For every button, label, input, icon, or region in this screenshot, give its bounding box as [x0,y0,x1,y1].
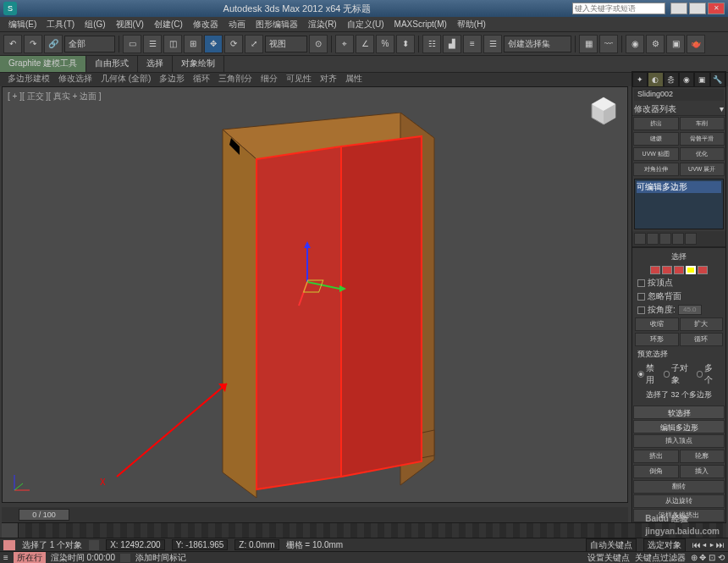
ribbon-tab-objectpaint[interactable]: 对象绘制 [173,56,224,72]
selection-rollout-header[interactable]: 选择 [634,250,724,264]
unique-button[interactable] [659,233,671,245]
scale-button[interactable]: ⤢ [245,35,263,53]
nav-controls[interactable]: ⊕ ✥ ⊡ ⟲ [691,553,725,562]
scene-model[interactable] [214,113,460,502]
subbar-loop[interactable]: 循环 [189,73,214,86]
menu-tools[interactable]: 工具(T) [41,19,80,30]
coord-x[interactable]: X: 12492.200 [106,539,165,550]
btn-flip[interactable]: 翻转 [633,480,725,494]
add-timetag[interactable]: 添加时间标记 [135,552,186,564]
curve-editor-button[interactable]: 〰 [599,35,618,53]
select-button[interactable]: ▭ [123,35,141,53]
btn-insertvert[interactable]: 插入顶点 [633,434,725,448]
align-button[interactable]: ≡ [463,35,482,53]
viewport[interactable]: [ + ][ 正交 ][ 真实 + 边面 ] X [2,86,628,503]
rollout-softsel[interactable]: 软选择 [633,406,725,419]
btn-alongspline[interactable]: 沿样条线挤出 [633,509,725,522]
modifier-list-dropdown[interactable]: 修改器列表 [634,103,676,115]
ribbon-tab-freeform[interactable]: 自由形式 [86,56,138,72]
lock-icon[interactable] [89,540,99,550]
window-crossing-button[interactable]: ⊞ [184,35,202,53]
named-selset-dropdown[interactable]: 创建选择集 [504,36,571,52]
lock-selection-icon[interactable] [3,540,15,550]
btn-inset[interactable]: 插入 [680,465,725,478]
named-sel-button[interactable]: ☷ [422,35,441,53]
move-button[interactable]: ✥ [204,35,223,53]
mirror-button[interactable]: ▟ [443,35,461,53]
undo-button[interactable]: ↶ [3,35,22,53]
subbar-modsel[interactable]: 修改选择 [54,73,97,86]
menu-maxscript[interactable]: MAXScript(M) [389,19,452,29]
mod-btn-diag[interactable]: 对角拉伸 [633,163,679,176]
panel-tab-display[interactable]: ▣ [694,72,709,87]
config-button[interactable] [685,233,697,245]
chk-byvertex[interactable] [637,279,645,287]
track-bar[interactable] [2,522,726,538]
rotate-button[interactable]: ⟳ [224,35,243,53]
menu-create[interactable]: 创建(C) [149,19,188,30]
remove-mod-button[interactable] [672,233,684,245]
coord-z[interactable]: Z: 0.0mm [234,539,279,550]
autokey-button[interactable]: 自动关键点 [586,538,637,552]
subbar-polymodel[interactable]: 多边形建模 [3,73,54,86]
viewport-label[interactable]: [ + ][ 正交 ][ 真实 + 边面 ] [8,91,102,102]
btn-ring[interactable]: 环形 [635,333,679,346]
link-button[interactable]: 🔗 [44,35,63,53]
selection-filter[interactable]: 全部 [64,36,115,52]
subobj-edge[interactable] [662,266,672,274]
coord-y[interactable]: Y: -1861.965 [172,539,229,550]
viewcube[interactable] [587,94,620,128]
chk-byangle[interactable] [637,306,645,314]
subbar-align[interactable]: 对齐 [316,73,341,86]
subobj-border[interactable] [674,266,684,274]
select-name-button[interactable]: ☰ [143,35,162,53]
subobj-vertex[interactable] [650,266,660,274]
btn-fromedge[interactable]: 从边旋转 [633,494,725,508]
render-button[interactable]: 🫖 [687,35,705,53]
time-tag-icon[interactable] [120,554,130,562]
pivot-button[interactable]: ⊙ [309,35,328,53]
menu-animation[interactable]: 动画 [223,19,251,30]
menu-render[interactable]: 渲染(R) [303,19,342,30]
angle-snap-button[interactable]: ∠ [356,35,374,53]
btn-outline[interactable]: 轮廓 [680,450,725,463]
rollout-editpoly[interactable]: 编辑多边形 [633,420,725,433]
render-setup-button[interactable]: ⚙ [646,35,665,53]
menu-group[interactable]: 组(G) [80,19,110,30]
subobj-element[interactable] [698,266,708,274]
layers-button[interactable]: ☰ [483,35,502,53]
subbar-vis[interactable]: 可见性 [282,73,316,86]
keyfilter-button[interactable]: 关键点过滤器 [635,552,686,564]
radio-multi[interactable] [697,371,703,378]
show-end-button[interactable] [647,233,659,245]
menu-help[interactable]: 帮助(H) [452,19,491,30]
mod-btn-extrude[interactable]: 挤出 [633,117,679,130]
subbar-geom[interactable]: 几何体 (全部) [97,73,155,86]
time-slider-handle[interactable]: 0 / 100 [19,509,69,521]
menu-grapheditors[interactable]: 图形编辑器 [251,19,303,30]
now-tag[interactable]: 所在行 [14,552,46,564]
maximize-button[interactable]: □ [689,3,706,14]
radio-subobj[interactable] [664,371,670,378]
select-region-button[interactable]: ◫ [163,35,182,53]
ref-coord-select[interactable]: 视图 [265,36,307,52]
btn-bevel[interactable]: 倒角 [633,465,679,478]
mod-btn-stitch[interactable]: 缝缀 [633,132,679,146]
toggle-ribbon-button[interactable]: ▦ [579,35,598,53]
stack-item-editpoly[interactable]: 可编辑多边形 [637,181,721,193]
time-slider[interactable]: 0 / 100 [2,507,628,522]
subbar-subdiv[interactable]: 细分 [256,73,282,86]
menu-view[interactable]: 视图(V) [111,19,149,30]
mod-btn-lathe[interactable]: 车削 [680,117,725,130]
mod-btn-skin[interactable]: 骨骼平滑 [680,132,725,146]
maxscript-mini[interactable]: ≡ [3,553,8,562]
pin-stack-button[interactable] [634,233,646,245]
panel-tab-modify[interactable]: ◐ [648,72,663,87]
menu-custom[interactable]: 自定义(U) [342,19,389,30]
subbar-props[interactable]: 属性 [341,73,367,86]
angle-spinner[interactable]: 45.0 [678,305,702,315]
material-editor-button[interactable]: ◉ [626,35,644,53]
spinner-snap-button[interactable]: ⬍ [396,35,415,53]
menu-modifiers[interactable]: 修改器 [188,19,223,30]
subbar-tri[interactable]: 三角剖分 [214,73,256,86]
